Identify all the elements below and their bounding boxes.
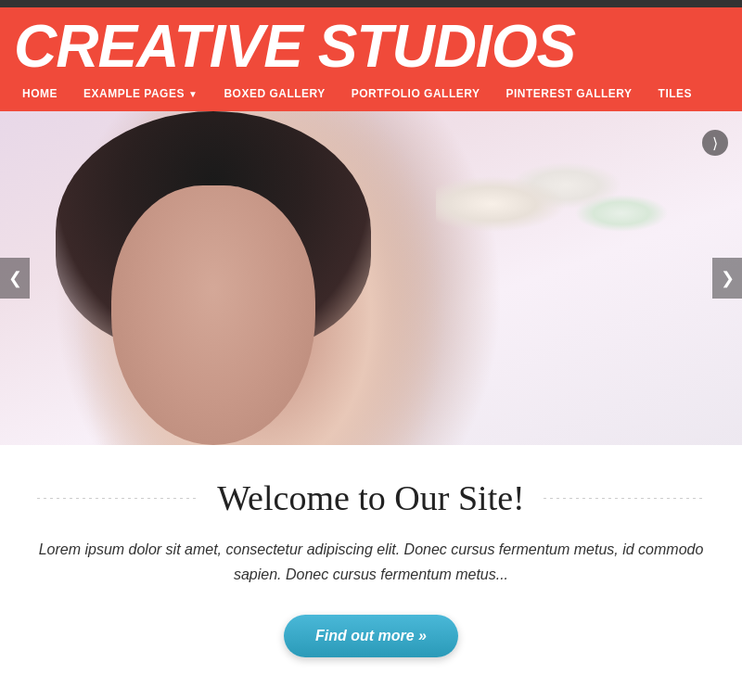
slider-prev-button[interactable]: ❮ [0, 258, 30, 299]
site-header: CREATIVE STUDIOS [0, 7, 742, 76]
main-nav: HOME EXAMPLE PAGES ▼ BOXED GALLERY PORTF… [0, 76, 742, 111]
nav-home[interactable]: HOME [9, 78, 70, 109]
site-title: CREATIVE STUDIOS [14, 17, 728, 76]
find-out-more-button[interactable]: Find out more » [284, 615, 458, 657]
welcome-section: Welcome to Our Site! Lorem ipsum dolor s… [0, 445, 742, 694]
decorative-line-left [37, 498, 198, 499]
nav-boxed-gallery[interactable]: BOXED GALLERY [211, 78, 338, 109]
hero-slider: ❮ ❯ [0, 111, 742, 445]
slider-next-button[interactable]: ❯ [712, 258, 742, 299]
decorative-line-right [544, 498, 705, 499]
nav-tiles[interactable]: TILES [646, 78, 706, 109]
welcome-body-text: Lorem ipsum dolor sit amet, consectetur … [37, 537, 705, 587]
top-bar [0, 0, 742, 7]
portrait-flowers [436, 130, 696, 315]
dropdown-arrow-icon: ▼ [188, 89, 198, 99]
hero-image [0, 111, 742, 445]
nav-pinterest-gallery[interactable]: PINTEREST GALLERY [493, 78, 646, 109]
welcome-heading: Welcome to Our Site! [217, 477, 524, 518]
portrait-face [111, 185, 315, 445]
nav-portfolio-gallery[interactable]: PORTFOLIO GALLERY [339, 78, 493, 109]
welcome-heading-wrapper: Welcome to Our Site! [37, 477, 705, 518]
slider-indicator [702, 130, 728, 156]
nav-example-pages[interactable]: EXAMPLE PAGES ▼ [70, 78, 211, 109]
